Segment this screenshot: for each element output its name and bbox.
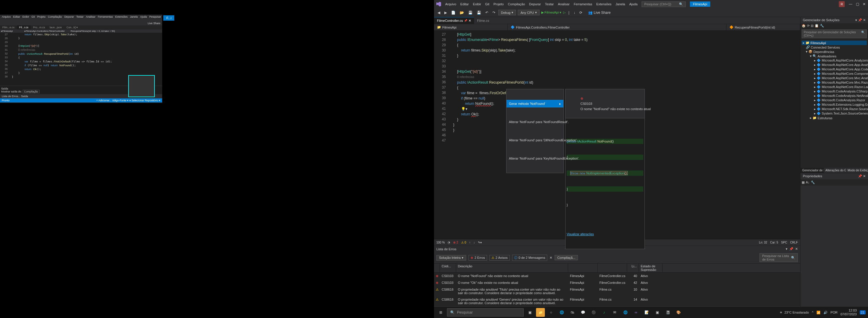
forward-icon[interactable]: ▶: [443, 10, 448, 15]
menu-project[interactable]: Projeto: [494, 2, 504, 6]
mini-tab-conk[interactable]: Con...k] ▾: [64, 25, 81, 30]
error-count-icon[interactable]: ⊗ 2: [453, 241, 458, 244]
mail-icon[interactable]: ✉: [610, 308, 619, 317]
config-dropdown[interactable]: Debug▾: [498, 10, 516, 15]
tree-deps[interactable]: ▾ 📦 Dependências: [802, 49, 867, 54]
sync-icon[interactable]: ⟳: [807, 24, 810, 28]
mini-status-right[interactable]: + Adicionar... ódigo-Fonte ▾ ♦ Seleciona…: [96, 99, 160, 102]
menu-help[interactable]: Ajuda: [629, 2, 638, 6]
tree-analyzer-item[interactable]: ▸ 🔷 System.Text.Json.SourceGeneration: [802, 111, 867, 116]
error-search[interactable]: Pesquisar na Lista de Erros🔍: [760, 253, 798, 262]
nav-method[interactable]: 🔶 RecuperaFilmesPorId(int id): [726, 24, 800, 30]
errors-filter[interactable]: ⊗2 Erros: [468, 255, 487, 260]
save-all-icon[interactable]: 💾: [475, 10, 483, 15]
panel-pin-icon[interactable]: 📌: [789, 247, 794, 251]
refresh-icon[interactable]: ⟳: [578, 10, 584, 15]
menu-search[interactable]: Pesquisar: [149, 15, 161, 21]
messages-filter[interactable]: ⓘ0 de 2 Mensagens: [512, 255, 548, 261]
sol-tab-view[interactable]: Modo de Exibiçã...: [846, 168, 868, 173]
notification-badge[interactable]: 21: [860, 310, 866, 314]
chrome-icon[interactable]: 🌐: [621, 308, 630, 317]
solution-search[interactable]: Pesquisar em Gerenciador de Soluções (Ct…: [802, 30, 867, 38]
obs-icon[interactable]: ⚫: [589, 308, 598, 317]
tree-analyzer-item[interactable]: ▸ 🔷 Microsoft.AspNetCore.App.Analyzers: [802, 63, 867, 67]
menu-git[interactable]: Git: [485, 2, 489, 6]
menu-view[interactable]: Exibir: [473, 2, 481, 6]
menu-view[interactable]: Exibir: [22, 15, 29, 21]
se-close-icon[interactable]: ✕: [863, 18, 866, 22]
undo-icon[interactable]: ↶: [484, 10, 489, 15]
menu-debug[interactable]: Depurar: [529, 2, 541, 6]
tree-analyzer-item[interactable]: ▸ 🔷 Microsoft.CodeAnalysis.Razor: [802, 98, 867, 102]
taskbar-search[interactable]: 🔍Pesquisar: [447, 308, 524, 317]
show-all-icon[interactable]: 📋: [815, 24, 819, 28]
terminal-icon[interactable]: ▣: [653, 308, 662, 317]
sol-tab-explorer[interactable]: Gerenciador de S...: [801, 168, 824, 173]
menu-edit[interactable]: Editar: [13, 15, 20, 21]
menu-debug[interactable]: Depurar: [64, 15, 74, 21]
tree-root[interactable]: ▸📁 FilmesApi: [802, 41, 867, 45]
minimize-icon[interactable]: —: [849, 2, 852, 6]
nav-up-icon[interactable]: ↑: [469, 241, 470, 244]
props-az-icon[interactable]: A↓: [806, 180, 810, 184]
col-code[interactable]: Códi...: [440, 263, 456, 272]
mini-output-tab[interactable]: Saída: [21, 95, 28, 98]
menu-ext[interactable]: Extensões: [596, 2, 611, 6]
mini-live-share[interactable]: Live Share: [148, 22, 160, 25]
new-file-icon[interactable]: 📄: [450, 10, 457, 15]
menu-window[interactable]: Janela: [130, 15, 138, 21]
quick-action-generate[interactable]: Gerar método 'NotFound'▸: [506, 100, 563, 107]
mini-tab-launch[interactable]: laun...json: [48, 25, 64, 30]
step-icon[interactable]: ↓: [572, 10, 577, 15]
col-line[interactable]: Li...: [627, 263, 639, 272]
mini-tab-controller[interactable]: Fil...r.cs: [17, 25, 31, 30]
quick-action-3[interactable]: Alterar 'NotFound' para 'KeyNotFoundExce…: [506, 154, 563, 162]
menu-edit[interactable]: Editar: [460, 2, 469, 6]
edge-icon[interactable]: 🌐: [557, 308, 566, 317]
mini-errlist-tab[interactable]: Lista de Erros...: [2, 95, 20, 98]
home-icon[interactable]: 🏠: [802, 24, 806, 28]
tree-structs[interactable]: ▸ 📁 Estruturas: [802, 116, 867, 120]
clock[interactable]: 12:03 07/07/2023: [841, 309, 857, 316]
error-row[interactable]: ⊗ CS0103 O nome "Ok" não existe no conte…: [434, 279, 800, 286]
menu-git[interactable]: Git: [32, 15, 35, 21]
nav-down-icon[interactable]: ↓: [473, 241, 475, 244]
mini-nav-class[interactable]: ▸FilmesApi.Controllers.FilmeController: [25, 30, 65, 32]
panel-close-icon[interactable]: ✕: [795, 247, 798, 251]
props-pin-icon[interactable]: 📌: [858, 174, 862, 178]
tree-analyzer-item[interactable]: ▸ 🔷 Microsoft.AspNetCore.Mvc.Analyzers: [802, 76, 867, 80]
error-row[interactable]: ⚠ CS8618 O propriedade não anulável 'Gen…: [434, 296, 800, 306]
platform-dropdown[interactable]: Any CPU▾: [518, 10, 539, 15]
menu-window[interactable]: Janela: [616, 2, 625, 6]
run-no-debug-icon[interactable]: ▷: [563, 11, 565, 14]
preview-changes-link[interactable]: Visualizar alterações: [567, 232, 643, 237]
nav-class[interactable]: 🔷 FilmesApi.Controllers.FilmeController: [508, 24, 726, 30]
tree-analyzer-item[interactable]: ▸ 🔷 Microsoft.AspNetCore.Mvc.Razor.Exten: [802, 80, 867, 85]
volume-icon[interactable]: 🔊: [824, 311, 828, 314]
global-search[interactable]: Pesquisar (Ctrl+Q) 🔍: [642, 1, 686, 7]
mini-output-source[interactable]: Compilação: [23, 90, 40, 93]
back-icon[interactable]: ◀: [436, 10, 441, 15]
run-button[interactable]: ▶ FilmesApi ▾: [541, 11, 561, 14]
props-wrench-icon[interactable]: 🔧: [811, 180, 815, 184]
tree-analyzers[interactable]: ▾ 🔍 Analisadores: [802, 54, 867, 58]
tree-analyzer-item[interactable]: ▸ 🔷 Microsoft.NET.Sdk.Razor.SourceGenera…: [802, 107, 867, 111]
vscode-icon[interactable]: 📝: [642, 308, 651, 317]
mini-tab-program[interactable]: Pro...m.cs: [31, 25, 48, 30]
properties-icon[interactable]: 🔧: [820, 24, 824, 28]
tree-analyzer-item[interactable]: ▸ 🔷 Microsoft.AspNetCore.Analyzers: [802, 58, 867, 63]
maximize-icon[interactable]: ▢: [856, 2, 859, 6]
redo-icon[interactable]: ↷: [491, 10, 497, 15]
tree-analyzer-item[interactable]: ▸ 🔷 Microsoft.CodeAnalysis.CSharp.NetAna…: [802, 89, 867, 94]
save-icon[interactable]: 💾: [467, 10, 474, 15]
se-dropdown-icon[interactable]: ▾: [855, 18, 857, 22]
tab-filme[interactable]: Filme.cs: [474, 17, 492, 24]
tree-analyzer-item[interactable]: ▸ 🔷 Microsoft.Extensions.Logging.Generat…: [802, 102, 867, 107]
mini-nav-proj[interactable]: ▸FilmesApi: [1, 30, 13, 32]
close-tab-icon[interactable]: ✕: [468, 19, 471, 23]
menu-file[interactable]: Arquivo: [2, 15, 11, 21]
menu-build[interactable]: Compilação: [48, 15, 62, 21]
explorer-icon[interactable]: 📁: [536, 308, 545, 317]
mini-nav-method[interactable]: RecuperaFilmes(int skip = 0, int take = …: [71, 30, 115, 32]
menu-build[interactable]: Compilação: [508, 2, 525, 6]
